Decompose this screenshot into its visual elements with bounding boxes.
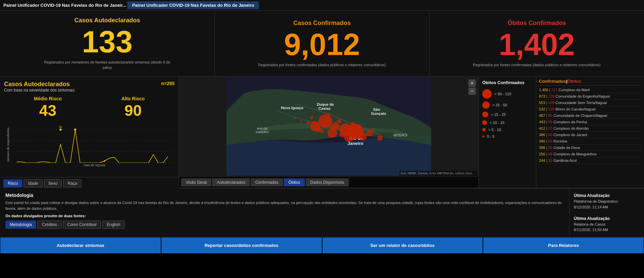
middle-row: Casos Autodeclarados n=265 Com base na s… — [0, 77, 644, 188]
list-item: 873 | 128 Comunidade do Engenho/Itaguaí — [539, 93, 641, 100]
svg-point-44 — [310, 116, 313, 119]
svg-text:NITERÓI: NITERÓI — [393, 133, 407, 137]
legend-panel: Óbitos Confirmados > 50 - 110 > 25 - 50 … — [479, 77, 536, 188]
methodology-panel: Metodologia Este painel foi criado para … — [0, 188, 570, 237]
community-list: 1,486 | 121 Complexo da Maré873 | 128 Co… — [539, 87, 641, 164]
legend-range-6: 0 - 5 — [487, 134, 494, 138]
map-tab-confirmados[interactable]: Confirmados — [251, 178, 283, 186]
community-list-panel: Confirmados | Óbitos 1,486 | 121 Complex… — [536, 77, 644, 188]
method-tab-contribuir[interactable]: Como Contribuir — [63, 221, 101, 229]
zoom-out-button[interactable]: − — [468, 87, 476, 95]
svg-text:Nova Iguaçu: Nova Iguaçu — [281, 106, 303, 110]
legend-item-3: > 15 - 25 — [482, 111, 533, 118]
stat-confirmados-value: 9,012 — [284, 29, 360, 60]
legend-range-1: > 50 - 110 — [494, 92, 511, 96]
svg-text:JANEIRO: JANEIRO — [255, 130, 268, 134]
stat-autodeclarados-label: Casos Autodeclarados — [74, 17, 140, 24]
legend-range-4: > 10 - 15 — [490, 121, 505, 125]
svg-text:São: São — [373, 107, 380, 111]
svg-point-10 — [74, 129, 76, 131]
legend-range-3: > 15 - 25 — [491, 112, 506, 117]
header-tab-title: Painel Unificador COVID-19 Nas Favelas d… — [127, 1, 259, 9]
svg-point-36 — [327, 128, 337, 138]
svg-point-50 — [293, 117, 295, 119]
zoom-in-button[interactable]: + — [468, 79, 476, 87]
svg-point-48 — [377, 135, 383, 141]
legend-item-1: > 50 - 110 — [482, 89, 533, 99]
stat-obitos-value: 1,402 — [499, 29, 575, 60]
svg-text:36: 36 — [59, 125, 62, 129]
footer-btn-autodeclarar[interactable]: Autodeclarar sintomas — [0, 237, 161, 254]
tab-sexo[interactable]: Sexo — [44, 179, 62, 187]
alto-risco-value: 90 — [121, 103, 145, 118]
svg-point-45 — [350, 122, 355, 127]
list-header-confirmed: Confirmados — [539, 79, 566, 84]
tab-risco[interactable]: Risco — [3, 179, 22, 187]
update-date-2: 8/11/2020, 11:50 AM — [574, 227, 640, 233]
map-svg: Nova Iguaçu Duque de Caxias São Gonçalo … — [179, 77, 479, 176]
list-item: 412 | 37 Complexo do Alemão — [539, 125, 641, 132]
method-tab-metodologia[interactable]: Metodologia — [5, 221, 36, 229]
map-tab-visao-geral[interactable]: Visão Geral — [181, 178, 211, 186]
method-tab-creditos[interactable]: Créditos — [37, 221, 61, 229]
list-item: 256 | 49 Complexo de Manguinhos — [539, 151, 641, 157]
svg-point-46 — [327, 113, 330, 116]
medio-risco-label: Médio Risco — [34, 96, 61, 101]
tab-idade[interactable]: Idade — [24, 179, 43, 187]
map-attribution: Esri, HERE, Garmin, FAO, METI/NASA, USGS… — [400, 171, 477, 176]
legend-dot-6 — [482, 135, 484, 137]
svg-point-52 — [358, 125, 361, 127]
medio-risco-value: 43 — [34, 103, 61, 118]
bottom-section: Metodologia Este painel foi criado para … — [0, 188, 644, 237]
list-item: 386 | 50 Complexo do Jacaré — [539, 132, 641, 138]
stats-row: Casos Autodeclarados 133 Registrados por… — [0, 11, 644, 77]
method-tab-english[interactable]: English — [102, 221, 124, 229]
list-item: 443 | 39 Complexo da Penha — [539, 119, 641, 125]
list-item: 487 | 85 Comunidade de Chaperó/Itaguaí — [539, 112, 641, 119]
auto-panel-n: n=265 — [161, 81, 175, 86]
chart-area: Número de respondentes 0 20 40 60 — [14, 122, 175, 167]
header: Painel Unificador COVID-19 Nas Favelas d… — [0, 0, 644, 11]
chart-x-axis-label: Data de reposta — [14, 163, 175, 167]
map-tab-autodeclarados[interactable]: Autodeclarados — [212, 178, 250, 186]
map-tab-obitos[interactable]: Óbitos — [284, 178, 305, 186]
stat-autodeclarados-value: 133 — [82, 27, 132, 57]
svg-text:Gonçalo: Gonçalo — [371, 111, 386, 116]
stat-obitos-label: Óbitos Confirmados — [508, 20, 566, 27]
stat-obitos: Óbitos Confirmados 1,402 Registrados por… — [430, 11, 644, 76]
methodology-tabs: Metodologia Créditos Como Contribuir Eng… — [5, 221, 564, 229]
chart-tabs: Risco Idade Sexo Raça — [0, 177, 179, 189]
footer: Autodeclarar sintomas Reportar casos/óbi… — [0, 237, 644, 254]
legend-item-4: > 10 - 15 — [482, 120, 533, 125]
svg-text:Caxias: Caxias — [318, 106, 331, 110]
methodology-title: Metodologia — [5, 193, 564, 198]
footer-btn-relator[interactable]: Ser um relator de casos/óbitos — [322, 237, 483, 254]
map-tab-dados[interactable]: Dados Disponíveis — [306, 178, 349, 186]
legend-range-2: > 25 - 50 — [492, 103, 507, 107]
legend-dot-2 — [482, 101, 490, 109]
list-item: 1,486 | 121 Complexo da Maré — [539, 87, 641, 93]
legend-dot-1 — [482, 89, 492, 99]
alto-risco: Alto Risco 90 — [121, 96, 145, 118]
footer-btn-relatores[interactable]: Para Relatores — [483, 237, 644, 254]
svg-text:RIO DE: RIO DE — [257, 127, 267, 130]
stat-confirmados: Casos Confirmados 9,012 Registrados por … — [215, 11, 430, 76]
legend-item-6: 0 - 5 — [482, 134, 533, 138]
footer-btn-reportar[interactable]: Reportar casos/óbitos confirmados — [161, 237, 322, 254]
svg-point-38 — [344, 131, 355, 142]
svg-point-39 — [366, 130, 373, 136]
svg-point-51 — [301, 120, 303, 122]
list-item: 244 | 33 Gardênia Azul — [539, 157, 641, 164]
update-label-1: Última Atualização — [574, 193, 640, 199]
svg-point-43 — [337, 119, 341, 123]
medio-risco: Médio Risco 43 — [34, 96, 61, 118]
list-header: Confirmados | Óbitos — [539, 79, 641, 85]
stat-autodeclarados-desc: Registrados por moradores de favelas aut… — [43, 60, 172, 70]
stat-autodeclarados: Casos Autodeclarados 133 Registrados por… — [0, 11, 215, 76]
tab-raca[interactable]: Raça — [63, 179, 81, 187]
legend-title: Óbitos Confirmados — [482, 80, 533, 85]
update-date-1: 8/12/2020, 11:14 AM — [574, 204, 640, 210]
list-header-obitos: Óbitos — [567, 79, 581, 84]
chart-y-axis-label: Número de respondentes — [5, 122, 11, 167]
list-item: 340 | 62 Rocinha — [539, 138, 641, 145]
